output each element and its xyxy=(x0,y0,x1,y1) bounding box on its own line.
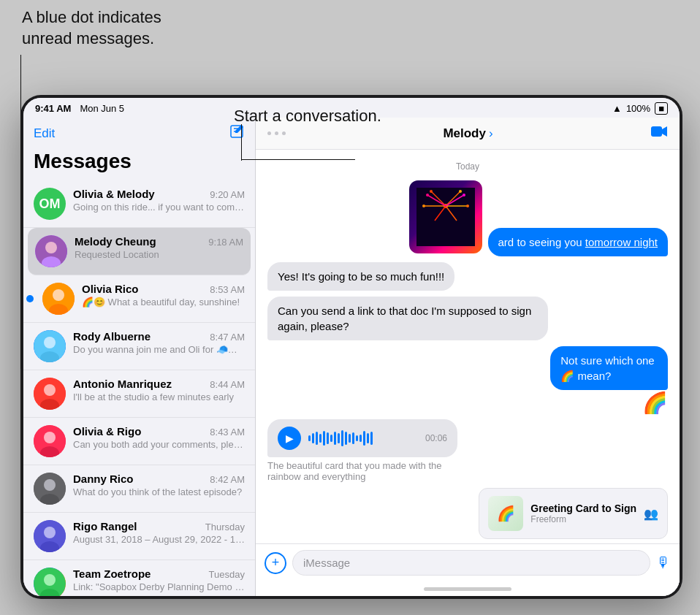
message-bubble: Not sure which one 🌈 mean? xyxy=(550,346,668,390)
greeting-subtitle: Freeform xyxy=(530,514,636,524)
message-bubble: Yes! It's going to be so much fun!!! xyxy=(267,262,454,291)
conv-body: Antonio Manriquez 8:44 AM I'll be at the… xyxy=(73,378,245,402)
video-call-button[interactable] xyxy=(650,125,668,142)
home-bar xyxy=(424,587,511,591)
conv-time: 8:42 AM xyxy=(210,474,245,485)
chat-input-bar: + iMessage 🎙 xyxy=(256,543,680,581)
list-item[interactable]: Melody Cheung 9:18 AM Requested Location xyxy=(28,228,251,275)
ipad-screen: 9:41 AM Mon Jun 5 ▲ 100% ■ Edit xyxy=(23,98,680,596)
conv-name: Danny Rico xyxy=(73,473,134,485)
list-item[interactable]: Olivia & Rigo 8:43 AM Can you both add y… xyxy=(23,418,255,465)
sidebar-header: Edit xyxy=(23,118,255,147)
conversation-list: OM Olivia & Melody 9:20 AM Going on this… xyxy=(23,180,255,596)
conv-preview: I'll be at the studio a few minutes earl… xyxy=(73,391,245,402)
unread-indicator xyxy=(26,295,34,302)
svg-point-4 xyxy=(45,242,57,253)
chat-messages: Today xyxy=(256,150,680,543)
conv-preview: 🌈😊 What a beautiful day, sunshine! xyxy=(82,297,245,308)
person-group-icon: 👥 xyxy=(644,507,658,521)
svg-point-13 xyxy=(44,384,56,396)
sidebar-title: Messages xyxy=(23,147,255,180)
annotation-line-left xyxy=(20,55,21,369)
conv-body: Olivia & Rigo 8:43 AM Can you both add y… xyxy=(73,425,245,450)
conv-name: Olivia & Rigo xyxy=(73,425,141,438)
message-input[interactable]: iMessage xyxy=(292,550,650,576)
list-item[interactable]: Rody Albuerne 8:47 AM Do you wanna join … xyxy=(23,323,255,370)
conv-preview: Requested Location xyxy=(75,249,243,260)
conv-time: 8:47 AM xyxy=(210,332,245,343)
chevron-right-icon: › xyxy=(489,126,493,141)
conv-body: Rody Albuerne 8:47 AM Do you wanna join … xyxy=(73,330,245,355)
voice-caption: The beautiful card that you made with th… xyxy=(267,460,457,482)
status-date: Mon Jun 5 xyxy=(80,103,124,114)
list-item[interactable]: Olivia Rico 8:53 AM 🌈😊 What a beautiful … xyxy=(23,275,255,323)
message-row: Not sure which one 🌈 mean? 🌈 xyxy=(267,346,668,413)
conv-preview: Can you both add your comments, please? xyxy=(73,439,245,450)
message-row: Yes! It's going to be so much fun!!! xyxy=(267,262,668,291)
ipad-frame: 9:41 AM Mon Jun 5 ▲ 100% ■ Edit xyxy=(20,95,682,599)
conv-body: Olivia Rico 8:53 AM 🌈😊 What a beautiful … xyxy=(82,283,245,308)
dot xyxy=(267,131,271,135)
chat-area: Melody › Today xyxy=(256,118,680,596)
svg-point-39 xyxy=(459,190,462,193)
date-label: Today xyxy=(267,161,668,172)
play-button[interactable]: ▶ xyxy=(278,427,301,450)
sidebar: Edit Messages OM xyxy=(23,118,256,596)
svg-point-40 xyxy=(422,205,425,207)
conv-time: 8:44 AM xyxy=(210,379,245,390)
conv-preview: Do you wanna join me and Oli for 🧢🕶️🥤 br… xyxy=(73,344,245,355)
list-item[interactable]: Rigo Rangel Thursday August 31, 2018 – A… xyxy=(23,513,255,560)
greeting-card[interactable]: 🌈 Greeting Card to Sign Freeform 👥 xyxy=(479,488,668,539)
status-time: 9:41 AM xyxy=(35,103,71,114)
list-item[interactable]: OM Olivia & Melody 9:20 AM Going on this… xyxy=(23,180,255,228)
greeting-info: Greeting Card to Sign Freeform xyxy=(530,503,636,524)
chat-title-area[interactable]: Melody › xyxy=(443,126,492,141)
conv-body: Olivia & Melody 9:20 AM Going on this ri… xyxy=(73,188,245,213)
svg-point-7 xyxy=(53,289,64,301)
chat-contact-name[interactable]: Melody xyxy=(443,126,486,141)
conv-preview: Link: "Soapbox Derby Planning Demo Board… xyxy=(73,581,245,592)
list-item[interactable]: Antonio Manriquez 8:44 AM I'll be at the… xyxy=(23,370,255,418)
conv-name: Olivia & Melody xyxy=(73,188,155,200)
svg-point-19 xyxy=(44,479,56,491)
svg-point-25 xyxy=(44,574,56,586)
conv-name: Team Zoetrope xyxy=(73,568,151,580)
conv-time: Thursday xyxy=(205,522,245,532)
dot xyxy=(275,131,278,135)
avatar xyxy=(42,283,75,315)
microphone-button[interactable]: 🎙 xyxy=(656,554,671,571)
svg-point-41 xyxy=(466,205,469,207)
edit-button[interactable]: Edit xyxy=(34,126,55,141)
message-row: ▶ xyxy=(267,419,668,482)
conv-body: Rigo Rangel Thursday August 31, 2018 – A… xyxy=(73,520,245,545)
message-bubble: ard to seeing you tomorrow night xyxy=(488,228,668,256)
conv-name: Rody Albuerne xyxy=(73,330,151,343)
list-item[interactable]: Danny Rico 8:42 AM What do you think of … xyxy=(23,465,255,513)
svg-point-43 xyxy=(463,194,465,196)
waveform xyxy=(308,429,418,447)
svg-point-10 xyxy=(44,337,56,348)
conv-time: 8:53 AM xyxy=(210,284,245,295)
conv-name: Antonio Manriquez xyxy=(73,378,172,390)
svg-point-16 xyxy=(44,432,56,443)
avatar xyxy=(34,425,66,457)
add-button[interactable]: + xyxy=(265,552,286,574)
conv-time: 8:43 AM xyxy=(210,427,245,438)
message-row: ard to seeing you tomorrow night xyxy=(267,180,668,256)
conv-time: 9:18 AM xyxy=(208,237,243,248)
avatar xyxy=(34,520,66,552)
avatar xyxy=(34,473,66,505)
svg-point-38 xyxy=(430,190,433,193)
avatar: OM xyxy=(34,188,66,220)
conv-preview: What do you think of the latest episode? xyxy=(73,486,245,497)
conv-body: Danny Rico 8:42 AM What do you think of … xyxy=(73,473,245,497)
avatar xyxy=(34,330,66,362)
firework-image xyxy=(409,180,482,253)
battery-level: 100% xyxy=(626,103,650,114)
message-row: 🌈 Greeting Card to Sign Freeform 👥 xyxy=(267,488,668,539)
conv-name: Olivia Rico xyxy=(82,283,139,295)
list-item[interactable]: Team Zoetrope Tuesday Link: "Soapbox Der… xyxy=(23,560,255,596)
battery-icon: ■ xyxy=(655,102,668,115)
svg-point-42 xyxy=(426,194,429,196)
annotation-line-start xyxy=(241,124,242,161)
